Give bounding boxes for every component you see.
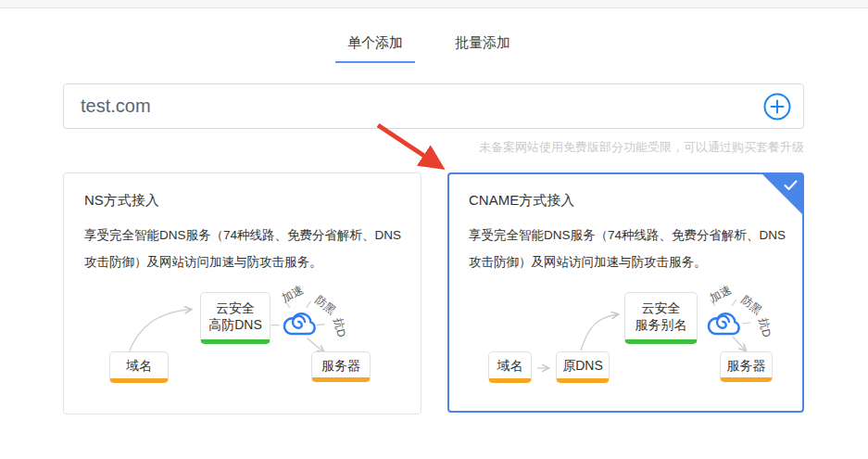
tab-single-add[interactable]: 单个添加 [335,32,415,63]
node-origin-dns: 原DNS [556,351,610,383]
card-ns-access[interactable]: NS方式接入 享受完全智能DNS服务（74种线路、免费分省解析、DNS攻击防御）… [63,172,421,414]
ns-flow-diagram: 域名 云安全 高防DNS 加速 防黑 抗D 服务器 [64,279,421,414]
card-description: 享受完全智能DNS服务（74种线路、免费分省解析、DNS攻击防御）及网站访问加速… [469,222,795,275]
node-label: 服务器 [727,357,766,374]
access-method-cards: NS方式接入 享受完全智能DNS服务（74种线路、免费分省解析、DNS攻击防御）… [63,172,868,414]
cname-flow-diagram: 域名 原DNS 云安全 服务别名 加速 防黑 抗D 服务器 [449,279,802,411]
domain-input-row [63,83,804,129]
domain-input[interactable] [63,83,804,129]
card-cname-access[interactable]: CNAME方式接入 享受完全智能DNS服务（74种线路、免费分省解析、DNS攻击… [447,172,804,413]
node-label: 服务别名 [635,316,687,333]
node-server: 服务器 [720,351,773,382]
node-domain: 域名 [109,351,169,383]
card-title: NS方式接入 [84,192,406,210]
node-label: 原DNS [562,357,603,374]
node-label: 域名 [126,357,152,374]
add-mode-tabs: 单个添加 批量添加 [335,32,868,63]
top-divider [0,0,868,8]
node-label: 云安全 [642,300,681,316]
node-cloud-dns: 云安全 高防DNS [200,292,270,344]
node-server: 服务器 [311,351,371,382]
node-label: 高防DNS [208,316,262,333]
cloud-security-icon [705,308,742,342]
node-label: 域名 [497,357,523,374]
node-label: 服务器 [321,357,360,374]
add-icon [762,92,792,121]
card-description: 享受完全智能DNS服务（74种线路、免费分省解析、DNS攻击防御）及网站访问加速… [84,222,410,275]
check-icon [784,180,798,191]
node-domain: 域名 [488,351,532,383]
tab-batch-add[interactable]: 批量添加 [443,32,522,63]
node-cloud-alias: 云安全 服务别名 [624,292,698,344]
card-title: CNAME方式接入 [469,192,788,210]
upgrade-notice: 未备案网站使用免费版部分功能受限，可以通过购买套餐升级 [63,139,804,156]
add-domain-button[interactable] [762,92,792,121]
node-label: 云安全 [216,300,255,316]
cloud-security-icon [281,308,318,342]
